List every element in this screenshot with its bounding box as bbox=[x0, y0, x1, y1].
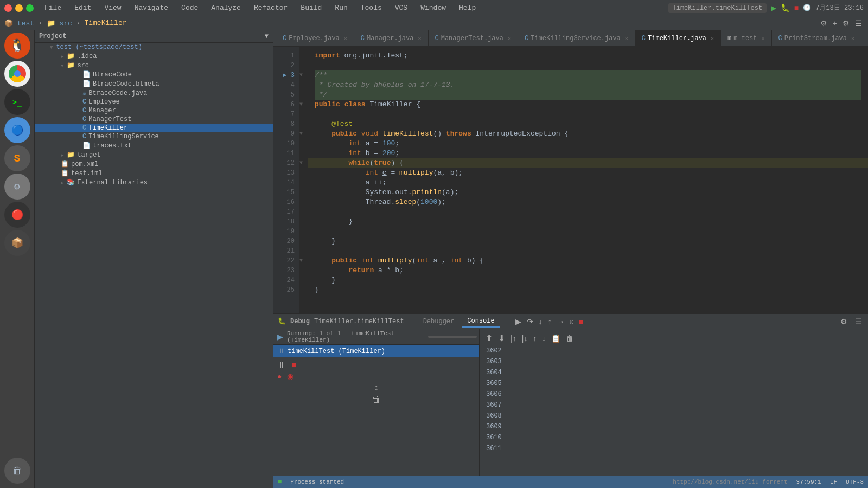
stop-debug-btn[interactable]: ■ bbox=[577, 317, 585, 326]
run-button[interactable]: ▶ bbox=[771, 3, 776, 14]
menu-build[interactable]: Build bbox=[298, 3, 324, 13]
tree-timekillingservice[interactable]: C TimeKillingService bbox=[35, 132, 273, 141]
console-btn4[interactable]: |↓ bbox=[520, 333, 529, 343]
src-tab[interactable]: 📁 src bbox=[47, 19, 72, 28]
step-into-btn[interactable]: ↓ bbox=[537, 317, 544, 326]
tab-managertest[interactable]: C ManagerTest.java ✕ bbox=[428, 30, 518, 46]
sidebar-dropdown[interactable]: ▼ bbox=[265, 33, 269, 40]
tab-console[interactable]: Console bbox=[462, 316, 500, 328]
stop-button[interactable]: ■ bbox=[794, 4, 799, 12]
step-out-btn[interactable]: ↑ bbox=[546, 317, 553, 326]
timekiller-tab[interactable]: TimeKiller bbox=[84, 19, 126, 27]
minimize-button[interactable] bbox=[15, 4, 23, 12]
test-tab[interactable]: 📦 test bbox=[4, 19, 34, 28]
code-content[interactable]: import org.junit.Test; /** * Created by … bbox=[308, 47, 868, 313]
tree-src[interactable]: 📁 src bbox=[35, 61, 273, 70]
tree-root[interactable]: test (~testspace/test) bbox=[35, 43, 273, 52]
console-btn2[interactable]: ⬇ bbox=[496, 332, 507, 344]
frame-action-btn2[interactable]: ■ bbox=[290, 359, 298, 370]
frame-btn1[interactable]: ▶ bbox=[276, 332, 285, 342]
menu-refactor[interactable]: Refactor bbox=[252, 3, 290, 13]
console-btn7[interactable]: 📋 bbox=[550, 333, 562, 343]
console-btn8[interactable]: 🗑 bbox=[564, 333, 575, 343]
console-btn1[interactable]: ⬆ bbox=[484, 332, 494, 344]
console-btn3[interactable]: |↑ bbox=[509, 333, 518, 343]
trash-icon[interactable]: 🗑 bbox=[4, 458, 30, 484]
menu-view[interactable]: View bbox=[102, 3, 123, 13]
tree-btracejava[interactable]: ☕ BtraceCode.java bbox=[35, 88, 273, 98]
tree-target[interactable]: 📁 target bbox=[35, 150, 273, 159]
tab-printstream[interactable]: C PrintStream.java ✕ bbox=[771, 30, 861, 46]
sublime-icon[interactable]: S bbox=[4, 145, 30, 171]
settings-gear-btn[interactable]: ⚙ bbox=[839, 317, 849, 326]
tab-manager[interactable]: C Manager.java ✕ bbox=[354, 30, 428, 46]
timekillerjava-tab-close[interactable]: ✕ bbox=[711, 35, 714, 42]
printstream-tab-close[interactable]: ✕ bbox=[851, 35, 854, 42]
tree-extlibs[interactable]: 📚 External Libraries bbox=[35, 178, 273, 187]
run-to-cursor-btn[interactable]: → bbox=[556, 317, 566, 326]
terminal-icon[interactable]: >_ bbox=[4, 89, 30, 115]
close-button[interactable] bbox=[4, 4, 12, 12]
resume-btn[interactable]: ▶ bbox=[514, 317, 523, 326]
tab-timekillerjava[interactable]: C TimeKiller.java ✕ bbox=[635, 30, 720, 46]
debug-run-button[interactable]: 🐛 bbox=[781, 3, 790, 12]
tree-employee[interactable]: C Employee bbox=[35, 98, 273, 106]
menu-window[interactable]: Window bbox=[418, 3, 448, 13]
menu-navigate[interactable]: Navigate bbox=[132, 3, 170, 13]
app-icon[interactable]: 📦 bbox=[4, 230, 30, 256]
layout-btn[interactable]: ☰ bbox=[853, 317, 864, 326]
menu-edit[interactable]: Edit bbox=[72, 3, 93, 13]
frame-action-btn4[interactable]: ◉ bbox=[285, 371, 295, 381]
maximize-button[interactable] bbox=[26, 4, 34, 12]
console-btn6[interactable]: ↓ bbox=[540, 333, 547, 343]
toolbar-btn1[interactable]: ⚙ bbox=[819, 18, 829, 28]
toolbar-btn4[interactable]: ☰ bbox=[853, 18, 864, 28]
menu-tools[interactable]: Tools bbox=[359, 3, 384, 13]
console-btn5[interactable]: ↑ bbox=[531, 333, 538, 343]
tab-timekillingservice[interactable]: C TimeKillingService.java ✕ bbox=[518, 30, 635, 46]
tree-timekiller[interactable]: C TimeKiller bbox=[35, 124, 273, 132]
employee-tab-close[interactable]: ✕ bbox=[344, 35, 347, 42]
tree-testiml[interactable]: 📋 test.iml bbox=[35, 169, 273, 178]
menu-vcs[interactable]: VCS bbox=[393, 3, 410, 13]
tab-mtest[interactable]: m m test ✕ bbox=[720, 30, 771, 46]
frame-action-btn3[interactable]: ● bbox=[276, 371, 283, 381]
tree-idea[interactable]: 📁 .idea bbox=[35, 52, 273, 61]
tab-debugger[interactable]: Debugger bbox=[418, 316, 460, 327]
tree-btrace[interactable]: 📄 BtraceCode bbox=[35, 70, 273, 79]
toolbar-btn2[interactable]: + bbox=[831, 18, 839, 28]
running-label: Running: 1 of 1 bbox=[287, 330, 341, 337]
tab-employee[interactable]: C Employee.java ✕ bbox=[276, 30, 354, 46]
tree-pomxml[interactable]: 📋 pom.xml bbox=[35, 159, 273, 169]
console-line-4: 3605 bbox=[480, 378, 868, 389]
tree-manager[interactable]: C Manager bbox=[35, 106, 273, 115]
frame-action-btn6[interactable]: 🗑 bbox=[276, 394, 477, 405]
frame-action-btn1[interactable]: ⏸ bbox=[276, 359, 288, 370]
finder-icon[interactable]: 🔵 bbox=[4, 117, 30, 143]
menu-file[interactable]: File bbox=[42, 3, 63, 13]
menu-analyze[interactable]: Analyze bbox=[209, 3, 243, 13]
manager-tab-close[interactable]: ✕ bbox=[418, 35, 421, 42]
maven-icon[interactable]: 🔴 bbox=[4, 202, 30, 228]
tree-traces[interactable]: 📄 traces.txt bbox=[35, 141, 273, 150]
toolbar-btn3[interactable]: ⚙ bbox=[841, 18, 851, 28]
frame-action-btn5[interactable]: ↕ bbox=[276, 382, 477, 393]
code-editor[interactable]: 1 2 ▶ 3 4 5 6 7 8 9 10 11 12 13 14 15 16 bbox=[273, 47, 868, 313]
code-line: public class TimeKiller { bbox=[315, 100, 861, 110]
menu-code[interactable]: Code bbox=[179, 3, 200, 13]
menu-run[interactable]: Run bbox=[333, 3, 349, 13]
managertest-tab-icon: C bbox=[435, 35, 439, 42]
tree-btracemeta[interactable]: 📄 BtraceCode.btmeta bbox=[35, 79, 273, 88]
step-over-btn[interactable]: ↷ bbox=[525, 317, 535, 326]
evaluate-btn[interactable]: ε bbox=[569, 317, 575, 326]
mtest-tab-close[interactable]: ✕ bbox=[762, 35, 765, 42]
timekillingservice-tab-close[interactable]: ✕ bbox=[625, 35, 628, 42]
window-controls[interactable] bbox=[0, 2, 38, 14]
settings-icon[interactable]: ⚙ bbox=[4, 174, 30, 200]
menu-help[interactable]: Help bbox=[457, 3, 478, 13]
ubuntu-icon[interactable]: 🐧 bbox=[4, 33, 30, 59]
chrome-icon[interactable] bbox=[4, 61, 30, 87]
managertest-tab-close[interactable]: ✕ bbox=[508, 35, 511, 42]
tree-managertest[interactable]: C ManagerTest bbox=[35, 115, 273, 124]
debug-thread-item[interactable]: ⏸ timeKillTest (TimeKiller) bbox=[273, 345, 479, 357]
